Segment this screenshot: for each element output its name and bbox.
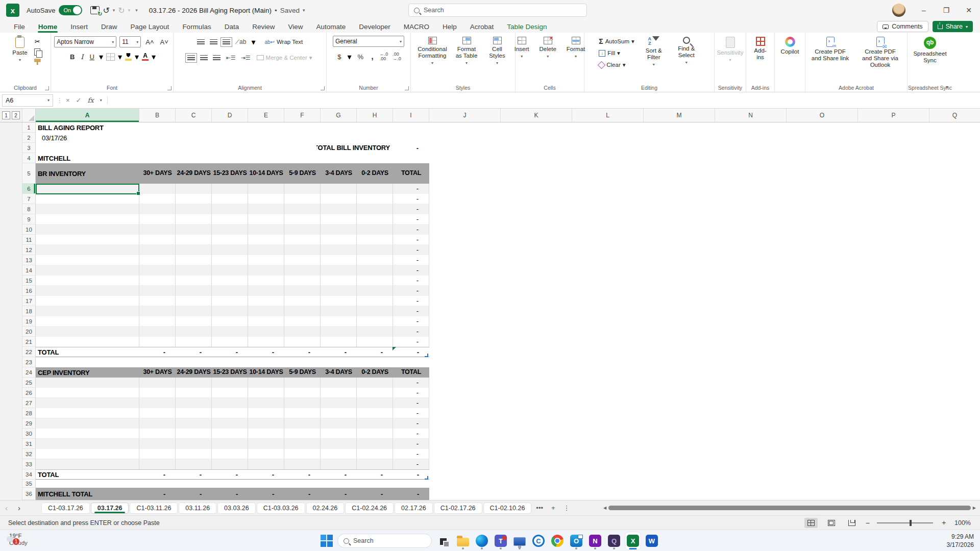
- number-dialog-launcher[interactable]: [405, 86, 409, 90]
- cell[interactable]: [248, 296, 284, 306]
- scroll-right-icon[interactable]: ▶: [973, 506, 976, 510]
- cell[interactable]: [248, 255, 284, 265]
- cell[interactable]: [284, 408, 321, 418]
- cell[interactable]: [321, 378, 357, 388]
- cell[interactable]: [176, 296, 212, 306]
- cell[interactable]: [284, 255, 321, 265]
- cell[interactable]: [212, 235, 248, 245]
- cell[interactable]: -: [393, 378, 429, 388]
- fx-chevron-icon[interactable]: ▾: [100, 98, 102, 103]
- column-header-D[interactable]: D: [212, 109, 248, 122]
- column-header-C[interactable]: C: [176, 109, 212, 122]
- cell[interactable]: [357, 429, 393, 439]
- total-value[interactable]: -: [357, 469, 393, 480]
- row-header-35[interactable]: 35: [22, 480, 36, 488]
- row-header-9[interactable]: 9: [22, 214, 36, 224]
- add-sheet-button[interactable]: +: [547, 504, 559, 512]
- cell[interactable]: [212, 224, 248, 235]
- cell[interactable]: [139, 306, 176, 316]
- cell[interactable]: -: [393, 316, 429, 327]
- cell[interactable]: [139, 245, 176, 255]
- increase-indent-icon[interactable]: ⇥☰: [241, 55, 251, 61]
- cell[interactable]: [248, 459, 284, 469]
- cell[interactable]: [248, 439, 284, 449]
- find-select-button[interactable]: Find & Select▾: [673, 36, 700, 83]
- cell[interactable]: [357, 398, 393, 408]
- cell[interactable]: [321, 429, 357, 439]
- collapse-ribbon-icon[interactable]: ▾: [946, 84, 948, 90]
- orientation-icon[interactable]: ⟋ab: [235, 38, 247, 45]
- cell[interactable]: [139, 224, 176, 235]
- aging-column-header[interactable]: 5-9 DAYS: [284, 367, 321, 378]
- insert-cells-button[interactable]: Insert▾: [512, 36, 532, 83]
- cell[interactable]: [36, 265, 139, 276]
- create-pdf-share-link-button[interactable]: Create PDF and Share link: [809, 36, 852, 83]
- total-value[interactable]: -: [357, 488, 393, 500]
- cell[interactable]: [212, 459, 248, 469]
- table-resize-handle[interactable]: [425, 476, 428, 480]
- cell[interactable]: [139, 214, 176, 224]
- cell[interactable]: [36, 255, 139, 265]
- row-header-13[interactable]: 13: [22, 255, 36, 265]
- total-value[interactable]: -: [284, 469, 321, 480]
- cell[interactable]: [139, 184, 176, 194]
- cell[interactable]: [212, 245, 248, 255]
- number-format-combo[interactable]: General▾: [333, 36, 404, 47]
- cell[interactable]: [176, 418, 212, 429]
- cell[interactable]: [357, 337, 393, 347]
- wrap-text-button[interactable]: ab↩Wrap Text: [264, 37, 303, 46]
- cell[interactable]: [321, 286, 357, 296]
- cell[interactable]: -: [393, 224, 429, 235]
- cell[interactable]: [139, 459, 176, 469]
- cell[interactable]: [248, 286, 284, 296]
- total-value[interactable]: -: [139, 469, 176, 480]
- aging-column-header[interactable]: 5-9 DAYS: [284, 163, 321, 184]
- scroll-left-icon[interactable]: ◀: [603, 506, 606, 510]
- cell[interactable]: [176, 429, 212, 439]
- cell[interactable]: [321, 184, 357, 194]
- cell[interactable]: [321, 388, 357, 398]
- decrease-decimal-icon[interactable]: .00→.0: [393, 52, 401, 61]
- cell[interactable]: [176, 449, 212, 459]
- addins-button[interactable]: Add-ins: [748, 36, 772, 83]
- total-value[interactable]: -: [321, 347, 357, 357]
- column-header-A[interactable]: A: [36, 109, 139, 122]
- row-header-28[interactable]: 28: [22, 408, 36, 418]
- column-header-J[interactable]: J: [429, 109, 501, 122]
- taskbar-icon-c-app[interactable]: C: [531, 532, 546, 549]
- cell[interactable]: [176, 327, 212, 337]
- cell[interactable]: [284, 327, 321, 337]
- page-break-view-button[interactable]: [845, 518, 859, 528]
- cell[interactable]: [357, 286, 393, 296]
- cell[interactable]: [357, 388, 393, 398]
- cell[interactable]: [36, 316, 139, 327]
- cell[interactable]: [139, 265, 176, 276]
- cell[interactable]: [36, 296, 139, 306]
- cell[interactable]: [212, 184, 248, 194]
- sheet-tab-02.24.26[interactable]: 02.24.26: [307, 503, 344, 513]
- cell[interactable]: [36, 449, 139, 459]
- align-top-icon[interactable]: [197, 39, 205, 45]
- cell[interactable]: [248, 449, 284, 459]
- cell[interactable]: [321, 316, 357, 327]
- grow-font-icon[interactable]: A˄: [144, 38, 155, 46]
- table-resize-handle[interactable]: [425, 354, 428, 357]
- cell[interactable]: [139, 235, 176, 245]
- cell[interactable]: [357, 214, 393, 224]
- cell[interactable]: [321, 459, 357, 469]
- row-header-24[interactable]: 24: [22, 367, 36, 378]
- sheet-tab-03.03.26[interactable]: 03.03.26: [218, 503, 255, 513]
- cell[interactable]: [248, 418, 284, 429]
- row-header-18[interactable]: 18: [22, 306, 36, 316]
- row-header-23[interactable]: 23: [22, 357, 36, 367]
- table-name-header[interactable]: BR INVENTORY: [36, 163, 139, 184]
- cell[interactable]: [212, 265, 248, 276]
- sheet-tab-03.17.26[interactable]: 03.17.26: [91, 503, 129, 513]
- font-color-icon[interactable]: A: [142, 53, 149, 61]
- row-header-21[interactable]: 21: [22, 337, 36, 347]
- cell[interactable]: [321, 306, 357, 316]
- cell[interactable]: [212, 296, 248, 306]
- cell[interactable]: [321, 276, 357, 286]
- cell[interactable]: [357, 418, 393, 429]
- cell[interactable]: [284, 286, 321, 296]
